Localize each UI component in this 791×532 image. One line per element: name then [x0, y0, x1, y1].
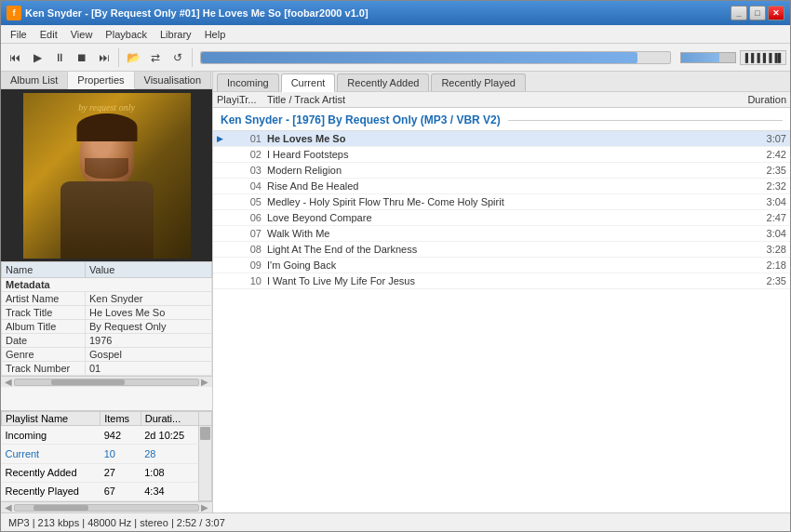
track-duration-02: 2:42: [721, 149, 786, 160]
tab-recently-added[interactable]: Recently Added: [337, 73, 429, 91]
menu-view[interactable]: View: [65, 28, 99, 41]
metadata-scrollbar-h[interactable]: ◀ ▶: [1, 376, 212, 387]
field-track-title: Track Title: [2, 306, 86, 320]
track-num-04: 04: [239, 180, 267, 192]
tab-properties[interactable]: Properties: [68, 72, 134, 89]
track-num-03: 03: [239, 165, 267, 176]
album-art: by request only: [23, 93, 191, 259]
track-duration-08: 3:28: [721, 244, 786, 255]
metadata-row-date: Date 1976: [2, 334, 212, 348]
playlist-row-recently-played[interactable]: Recently Played 67 4:34: [2, 482, 212, 500]
track-num-01: 01: [239, 133, 267, 144]
track-num-09: 09: [239, 259, 267, 271]
metadata-section-header: Metadata: [2, 278, 212, 292]
menu-file[interactable]: File: [5, 28, 33, 41]
pause-button[interactable]: ⏸: [49, 47, 70, 68]
track-row-03[interactable]: 03 Modern Religion 2:35: [213, 163, 790, 179]
col-duration-header: Duration: [721, 94, 786, 105]
next-button[interactable]: ⏭: [94, 47, 114, 68]
track-title-05: Medley - Holy Spirit Flow Thru Me- Come …: [267, 196, 721, 207]
track-row-04[interactable]: 04 Rise And Be Healed 2:32: [213, 179, 790, 194]
play-indicator-01: ▶: [217, 134, 239, 143]
playlist-scrollbar-v[interactable]: [199, 426, 212, 501]
playlist-scrollbar-h[interactable]: ◀ ▶: [1, 501, 212, 512]
playlist-scroll-left[interactable]: ◀: [3, 502, 14, 512]
toolbar-separator-2: [192, 48, 193, 67]
track-title-06: Love Beyond Compare: [267, 212, 721, 223]
playlist-col-name: Playlist Name: [2, 412, 101, 426]
toolbar: ⏮ ▶ ⏸ ⏹ ⏭ 📂 ⇄ ↺ ▐▐▐▐▐▐▌: [1, 44, 790, 72]
playlist-row-incoming[interactable]: Incoming 942 2d 10:25: [2, 426, 212, 445]
track-title-03: Modern Religion: [267, 165, 721, 176]
playlist-row-recently-added[interactable]: Recently Added 27 1:08: [2, 463, 212, 482]
album-header-line: [508, 120, 783, 121]
metadata-row-tracknum: Track Number 01: [2, 362, 212, 376]
playlist-name-recently-added: Recently Added: [2, 463, 101, 482]
stop-button[interactable]: ⏹: [72, 47, 92, 68]
maximize-button[interactable]: □: [749, 6, 766, 20]
menu-bar: File Edit View Playback Library Help: [1, 25, 790, 44]
track-row-02[interactable]: 02 I Heard Footsteps 2:42: [213, 147, 790, 163]
prev-button[interactable]: ⏮: [5, 47, 25, 68]
playlist-section: Playlist Name Items Durati... Incoming 9…: [1, 410, 212, 512]
scroll-track[interactable]: [14, 379, 199, 386]
menu-library[interactable]: Library: [154, 28, 197, 41]
playlist-col-scroll: [199, 412, 212, 426]
play-button[interactable]: ▶: [27, 47, 47, 68]
col-title-header: Title / Track Artist: [267, 94, 721, 105]
track-row-07[interactable]: 07 Walk With Me 3:04: [213, 226, 790, 242]
menu-help[interactable]: Help: [199, 28, 232, 41]
tab-recently-played[interactable]: Recently Played: [431, 73, 526, 91]
track-list-body[interactable]: Ken Snyder - [1976] By Request Only (MP3…: [213, 108, 790, 512]
playlist-scroll-track[interactable]: [14, 504, 199, 512]
main-content: Album List Properties Visualisation by r…: [1, 72, 790, 512]
track-row-01[interactable]: ▶ 01 He Loves Me So 3:07: [213, 131, 790, 147]
playlist-items-incoming: 942: [101, 426, 141, 445]
field-artist-name: Artist Name: [2, 292, 86, 306]
track-row-05[interactable]: 05 Medley - Holy Spirit Flow Thru Me- Co…: [213, 194, 790, 210]
album-header: Ken Snyder - [1976] By Request Only (MP3…: [213, 108, 790, 131]
track-title-04: Rise And Be Healed: [267, 180, 721, 192]
playlist-row-current[interactable]: Current 10 28: [2, 445, 212, 463]
track-title-02: I Heard Footsteps: [267, 149, 721, 160]
scroll-right-arrow[interactable]: ▶: [199, 377, 210, 387]
track-title-09: I'm Going Back: [267, 259, 721, 271]
panel-tabs: Album List Properties Visualisation: [1, 72, 212, 89]
seek-bar[interactable]: [200, 51, 671, 64]
volume-bar[interactable]: [680, 52, 736, 63]
playlist-items-recently-added: 27: [101, 463, 141, 482]
tab-incoming[interactable]: Incoming: [217, 73, 279, 91]
tab-current[interactable]: Current: [281, 73, 336, 92]
metadata-row-album: Album Title By Request Only: [2, 320, 212, 334]
playlist-duration-recently-played: 4:34: [141, 482, 198, 500]
menu-edit[interactable]: Edit: [34, 28, 63, 41]
close-button[interactable]: ✕: [768, 6, 784, 20]
col-name-header: Name: [2, 262, 86, 278]
minimize-button[interactable]: _: [731, 6, 747, 20]
playlist-col-items: Items: [101, 412, 141, 426]
track-list-header: Playi... Tr... Title / Track Artist Dura…: [213, 92, 790, 108]
shuffle-button[interactable]: ⇄: [145, 47, 166, 68]
album-art-container: by request only: [1, 89, 212, 261]
playlist-items-current: 10: [101, 445, 141, 463]
window-title: Ken Snyder - [By Request Only #01] He Lo…: [25, 7, 731, 19]
track-row-06[interactable]: 06 Love Beyond Compare 2:47: [213, 210, 790, 226]
track-duration-07: 3:04: [721, 228, 786, 239]
track-duration-04: 2:32: [721, 180, 786, 192]
repeat-button[interactable]: ↺: [168, 47, 188, 68]
track-row-10[interactable]: 10 I Want To Live My Life For Jesus 2:35: [213, 273, 790, 289]
scroll-left-arrow[interactable]: ◀: [3, 377, 14, 387]
menu-playback[interactable]: Playback: [100, 28, 153, 41]
playlist-scroll-right[interactable]: ▶: [199, 502, 210, 512]
metadata-row-track: Track Title He Loves Me So: [2, 306, 212, 320]
track-num-02: 02: [239, 149, 267, 160]
col-tr-header: Tr...: [239, 94, 267, 105]
tab-album-list[interactable]: Album List: [1, 72, 68, 88]
album-art-title-text: by request only: [23, 102, 191, 113]
track-row-08[interactable]: 08 Light At The End of the Darkness 3:28: [213, 242, 790, 258]
open-button[interactable]: 📂: [123, 47, 143, 68]
app-icon: f: [7, 6, 21, 20]
track-row-09[interactable]: 09 I'm Going Back 2:18: [213, 258, 790, 273]
window-controls: _ □ ✕: [731, 6, 784, 20]
tab-visualisation[interactable]: Visualisation: [135, 72, 212, 88]
